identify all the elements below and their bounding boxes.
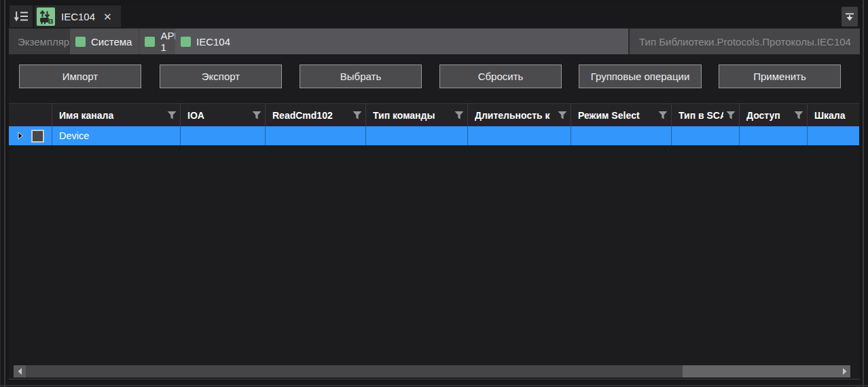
filter-funnel-icon[interactable]	[726, 111, 736, 119]
breadcrumb-type-path: Тип Библиотеки.Protocols.Протоколы.IEC10…	[630, 29, 860, 54]
node-green-icon	[75, 37, 86, 47]
header-cell-command-type[interactable]: Тип команды	[366, 104, 468, 126]
column-title: Имя канала	[59, 110, 164, 121]
tab-close-icon[interactable]: ✕	[101, 10, 114, 23]
node-green-icon	[145, 37, 155, 47]
group-operations-button[interactable]: Групповые операции	[579, 64, 702, 88]
arrow-left-icon	[18, 368, 22, 375]
column-title: ReadCmd102	[272, 110, 350, 121]
row-expander-icon[interactable]	[17, 132, 24, 140]
filter-funnel-icon[interactable]	[252, 111, 261, 119]
breadcrumb-items: Система АРМ 1	[70, 29, 175, 54]
header-cell-selector	[9, 104, 52, 126]
filter-funnel-icon[interactable]	[658, 111, 668, 119]
column-title: IOA	[187, 110, 249, 121]
cell-access[interactable]	[740, 126, 808, 145]
arrow-right-icon	[842, 368, 847, 375]
header-cell-scada-type[interactable]: Тип в SCA	[672, 104, 740, 126]
breadcrumb: Экземпляр Система АРМ 1 IEC104 Тип Библи…	[9, 29, 860, 54]
scroll-right-button[interactable]	[838, 365, 850, 377]
row-checkbox[interactable]	[31, 130, 44, 143]
filter-funnel-icon[interactable]	[558, 111, 567, 119]
svg-text:t: t	[50, 19, 52, 24]
breadcrumb-item-iec104[interactable]: IEC104	[175, 29, 237, 54]
document-panel: t IEC104 ✕ Экземпляр Система АРМ 1	[9, 5, 860, 380]
node-green-icon	[181, 37, 191, 47]
sort-list-button[interactable]	[10, 5, 33, 27]
protocol-device-icon: t	[37, 7, 55, 26]
tab-strip: t IEC104 ✕	[9, 5, 860, 27]
breadcrumb-item-label: IEC104	[196, 36, 230, 48]
breadcrumb-scope-label: Экземпляр	[9, 29, 70, 54]
pin-panel-button[interactable]	[842, 7, 858, 26]
scrollbar-thumb[interactable]	[26, 365, 683, 377]
column-title: Тип команды	[373, 110, 452, 121]
column-title: Доступ	[746, 110, 791, 121]
left-splitter-line	[4, 0, 5, 387]
grid-header: Имя канала IOA ReadCmd102 Тип команды Дл…	[9, 103, 859, 126]
filter-funnel-icon[interactable]	[454, 111, 464, 119]
cell-command-type[interactable]	[366, 126, 468, 145]
tab-label: IEC104	[61, 11, 95, 22]
left-edge-line	[0, 0, 1, 387]
row-tools-cell	[9, 126, 52, 145]
header-cell-ioa[interactable]: IOA	[181, 104, 266, 126]
header-cell-command-duration[interactable]: Длительность к	[468, 104, 571, 126]
cell-select-mode[interactable]	[571, 126, 672, 145]
horizontal-scrollbar[interactable]	[14, 365, 850, 377]
column-title: Тип в SCA	[679, 110, 723, 121]
dock-autohide-icon	[845, 12, 854, 21]
breadcrumb-item-system[interactable]: Система	[70, 29, 139, 54]
cell-command-duration[interactable]	[468, 126, 571, 145]
select-button[interactable]: Выбрать	[300, 64, 422, 88]
column-title: Шкала	[814, 110, 856, 121]
column-title: Длительность к	[475, 110, 555, 121]
cell-ioa[interactable]	[181, 126, 266, 145]
tab-iec104[interactable]: t IEC104 ✕	[35, 5, 121, 27]
header-cell-channel-name[interactable]: Имя канала	[52, 104, 181, 126]
cell-readcmd102[interactable]	[266, 126, 366, 145]
header-cell-scale[interactable]: Шкала	[808, 104, 859, 126]
filter-funnel-icon[interactable]	[794, 111, 803, 119]
reset-button[interactable]: Сбросить	[439, 64, 562, 88]
filter-funnel-icon[interactable]	[352, 111, 362, 119]
bottom-edge-line	[0, 385, 868, 386]
breadcrumb-active-segment: IEC104	[175, 29, 628, 54]
export-button[interactable]: Экспорт	[160, 64, 282, 88]
table-row-device[interactable]: Device	[9, 126, 859, 145]
column-title: Режим Select	[578, 110, 655, 121]
scroll-left-button[interactable]	[14, 365, 26, 377]
right-splitter-line	[863, 0, 864, 387]
cell-scada-type[interactable]	[672, 126, 740, 145]
header-cell-select-mode[interactable]: Режим Select	[571, 104, 672, 126]
header-cell-readcmd102[interactable]: ReadCmd102	[266, 104, 366, 126]
header-cell-access[interactable]: Доступ	[740, 104, 808, 126]
cell-channel-name[interactable]: Device	[52, 126, 181, 145]
cell-scale[interactable]	[808, 126, 859, 145]
filter-funnel-icon[interactable]	[167, 111, 177, 119]
import-button[interactable]: Импорт	[19, 64, 141, 88]
breadcrumb-item-label: Система	[91, 36, 132, 48]
sort-descending-icon	[14, 11, 29, 22]
apply-button[interactable]: Применить	[719, 64, 841, 88]
